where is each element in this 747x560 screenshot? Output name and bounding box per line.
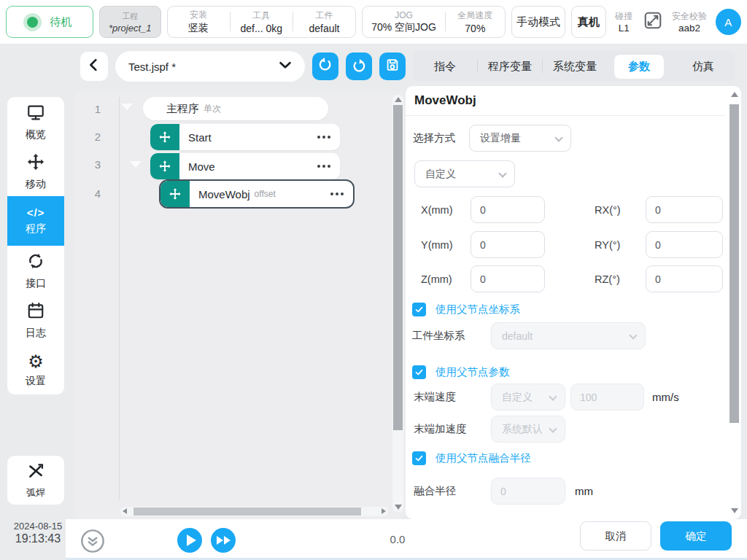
use-parent-blend-checkbox[interactable]: 使用父节点融合半径: [412, 451, 531, 465]
global-speed-info: 全局速度 70%: [446, 9, 505, 34]
tab-instruction[interactable]: 指令: [413, 60, 477, 74]
checkbox-checked-icon: [412, 303, 426, 316]
program-file-select[interactable]: Test.jspf *: [115, 51, 305, 82]
y-input[interactable]: [471, 231, 545, 258]
sidebar-item-settings[interactable]: ⚙ 设置: [7, 345, 64, 394]
sidebar-item-label: 概览: [26, 128, 46, 141]
scroll-up-icon[interactable]: [731, 92, 738, 97]
checkbox-label: 使用父节点参数: [436, 365, 510, 379]
params-vertical-scrollbar[interactable]: [729, 90, 740, 516]
wobj-value: default: [502, 330, 533, 342]
tree-row-start[interactable]: Start: [150, 124, 340, 150]
sidebar-item-label: 移动: [26, 178, 46, 191]
params-title: MoveWobj: [414, 93, 476, 108]
tab-program-variables[interactable]: 程序变量: [478, 60, 542, 74]
custom-dropdown[interactable]: 自定义: [414, 160, 515, 187]
sidebar-item-label: 日志: [26, 327, 46, 340]
move-handle-icon[interactable]: [150, 124, 179, 150]
move-handle-icon[interactable]: [150, 153, 179, 179]
move-handle-icon[interactable]: [160, 181, 190, 207]
collapse-panel-button[interactable]: [80, 529, 105, 553]
scrollbar-thumb[interactable]: [133, 508, 361, 516]
monitor-icon: [26, 103, 45, 125]
sidebar-item-overview[interactable]: 概览: [7, 97, 64, 147]
chevron-down-icon: [549, 392, 557, 400]
tab-parameters-active[interactable]: 参数: [607, 55, 671, 79]
safety-value: aab2: [678, 23, 700, 34]
tab-simulation[interactable]: 仿真: [671, 60, 735, 74]
undo-button[interactable]: [312, 52, 338, 80]
fullscreen-button[interactable]: [642, 11, 663, 33]
collapse-triangle-icon[interactable]: [121, 104, 133, 110]
fast-forward-button[interactable]: [211, 528, 236, 553]
manual-mode-button[interactable]: 手动模式: [511, 6, 566, 38]
tree-row-move[interactable]: Move: [150, 153, 340, 179]
rx-input[interactable]: [646, 196, 723, 223]
scrollbar-thumb[interactable]: [729, 104, 739, 423]
sidebar-item-program[interactable]: </> 程序: [7, 196, 64, 246]
scroll-down-icon[interactable]: [731, 508, 738, 513]
scroll-up-icon[interactable]: [395, 97, 402, 102]
save-button[interactable]: [379, 52, 406, 80]
more-icon[interactable]: [330, 192, 344, 195]
scroll-right-icon[interactable]: [382, 508, 386, 514]
sidebar-item-log[interactable]: 日志: [7, 295, 64, 345]
z-input[interactable]: [471, 265, 545, 292]
x-input[interactable]: [471, 196, 545, 223]
redo-button[interactable]: [346, 52, 372, 80]
install-info: 安装 竖装: [168, 9, 230, 35]
install-value: 竖装: [188, 22, 209, 35]
tree-horizontal-scrollbar[interactable]: [120, 507, 388, 516]
ry-input[interactable]: [646, 231, 723, 258]
sidebar-item-move[interactable]: 移动: [7, 147, 64, 196]
node-title: Move: [188, 160, 215, 173]
workpiece-label: 工件: [315, 9, 333, 22]
accel-label: 末端加速度: [414, 416, 467, 443]
use-parent-frame-checkbox[interactable]: 使用父节点坐标系: [412, 303, 520, 316]
confirm-button[interactable]: 确定: [660, 521, 732, 551]
cancel-button[interactable]: 取消: [580, 521, 651, 551]
scrollbar-thumb[interactable]: [393, 105, 403, 430]
tool-label: 工具: [252, 9, 270, 22]
checkbox-checked-icon: [412, 365, 426, 379]
collapse-triangle-icon[interactable]: [130, 161, 142, 168]
sidebar-item-interface[interactable]: 接口: [7, 246, 64, 295]
file-name: Test.jspf *: [128, 61, 277, 73]
real-machine-button[interactable]: 真机: [571, 6, 605, 38]
topbar: 待机 工程 *project_1 安装 竖装 工具 def... 0kg 工件 …: [0, 0, 747, 44]
node-title: 主程序: [166, 102, 199, 116]
accel-mode-value: 系统默认: [502, 423, 543, 436]
play-icon: [187, 534, 196, 546]
scroll-left-icon[interactable]: [123, 508, 127, 514]
scroll-down-icon[interactable]: [395, 505, 402, 510]
undo-icon: [317, 57, 333, 76]
params-panel: MoveWobj 选择方式 设置增量 自定义 X(mm) RX(°) Y(mm)…: [406, 86, 741, 519]
process-label: 弧焊: [26, 486, 45, 499]
back-button[interactable]: [80, 52, 108, 81]
rx-label: RX(°): [595, 196, 621, 223]
tree-row-movewobj-selected[interactable]: MoveWobj offset: [159, 179, 355, 209]
tab-system-variables[interactable]: 系统变量: [543, 60, 607, 74]
use-parent-params-checkbox[interactable]: 使用父节点参数: [412, 365, 510, 379]
rz-input[interactable]: [646, 265, 723, 292]
avatar[interactable]: A: [716, 9, 741, 35]
more-icon[interactable]: [317, 136, 330, 139]
date-text: 2024-08-15: [0, 521, 76, 532]
jog-pill[interactable]: JOG 70% 空间JOG 全局速度 70%: [362, 6, 506, 38]
sidebar-item-arc-welding[interactable]: 弧焊: [7, 456, 64, 505]
blend-label: 融合半径: [414, 478, 456, 505]
setup-pill[interactable]: 安装 竖装 工具 def... 0kg 工件 default: [167, 6, 357, 38]
more-icon[interactable]: [317, 165, 330, 168]
project-pill[interactable]: 工程 *project_1: [99, 6, 161, 38]
tree-row-main-program[interactable]: 主程序 单次: [143, 97, 328, 120]
safety-label: 安全校验: [672, 10, 707, 23]
speed-label: 末端速度: [414, 384, 456, 411]
robot-status-pill[interactable]: 待机: [6, 6, 93, 38]
install-label: 安装: [190, 9, 207, 21]
chevron-left-icon: [86, 57, 102, 76]
status-label: 待机: [50, 15, 71, 29]
select-mode-dropdown[interactable]: 设置增量: [469, 125, 571, 152]
tree-vertical-scrollbar[interactable]: [392, 95, 403, 512]
fast-forward-icon: [217, 536, 231, 545]
run-button[interactable]: [177, 528, 202, 553]
